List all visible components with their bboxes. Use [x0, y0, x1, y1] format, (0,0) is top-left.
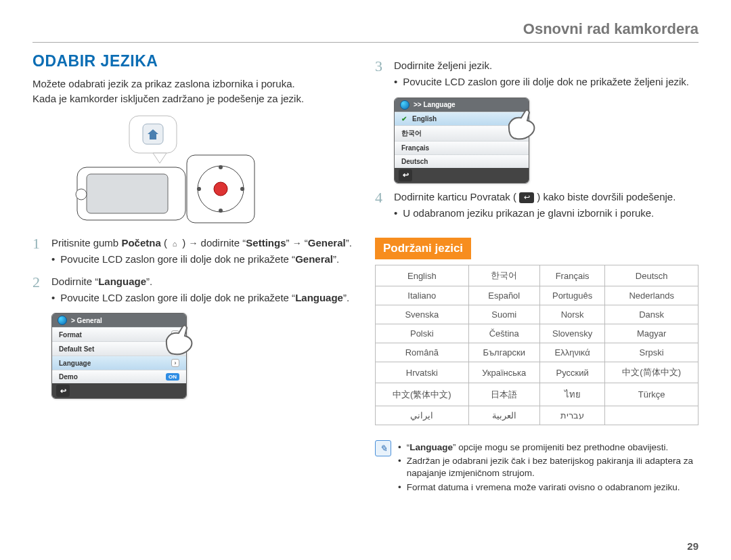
- left-column: ODABIR JEZIKA Možete odabrati jezik za p…: [32, 52, 356, 495]
- check-icon: [401, 115, 408, 122]
- globe-icon: [58, 316, 67, 325]
- globe-icon: [400, 100, 409, 110]
- language-cell: Slovensky: [539, 324, 604, 343]
- step3-bullet: Povucite LCD zaslon gore ili dolje dok n…: [394, 75, 699, 89]
- step-2: 2 Dodirnite “Language”. Povucite LCD zas…: [32, 275, 356, 307]
- step-number: 2: [32, 275, 45, 307]
- pointing-hand-icon: [160, 320, 200, 360]
- svg-point-9: [197, 187, 201, 191]
- notes-block: ✎ “Language” opcije mogu se promijeniti …: [375, 440, 699, 495]
- note-2: Zadržan je odabrani jezik čak i bez bate…: [398, 455, 699, 479]
- language-cell: العربية: [468, 406, 539, 425]
- two-column-layout: ODABIR JEZIKA Možete odabrati jezik za p…: [32, 52, 699, 495]
- language-cell: ไทย: [539, 383, 604, 406]
- step-1: 1 Pritisnite gumb Početna ( ⌂ ) → dodirn…: [32, 236, 356, 268]
- step-number: 3: [375, 59, 387, 91]
- language-cell: [605, 406, 699, 425]
- language-cell: English: [376, 265, 469, 286]
- language-cell: Norsk: [539, 305, 604, 324]
- svg-point-7: [219, 165, 223, 169]
- svg-rect-3: [87, 174, 168, 213]
- language-cell: 中文(繁体中文): [376, 383, 469, 406]
- camcorder-illustration: [51, 114, 268, 230]
- page-header: Osnovni rad kamkordera: [32, 20, 699, 43]
- step-number: 4: [375, 190, 387, 222]
- intro-line-2: Kada je kamkorder isključen zadržano je …: [32, 92, 356, 106]
- language-cell: Italiano: [376, 286, 469, 305]
- back-icon[interactable]: ↩: [399, 169, 412, 181]
- language-cell: Українська: [468, 362, 539, 383]
- step1-bullet: Povucite LCD zaslon gore ili dolje dok n…: [51, 253, 356, 266]
- language-cell: Русский: [539, 362, 604, 383]
- language-cell: Español: [468, 286, 539, 305]
- step4-text: Dodirnite karticu Povratak ( ↩ ) kako bi…: [394, 191, 675, 202]
- lang-row-deutsch[interactable]: Deutsch: [395, 154, 529, 168]
- svg-point-6: [214, 182, 227, 196]
- menu-row-demo[interactable]: DemoON: [52, 370, 186, 383]
- language-cell: Français: [539, 265, 604, 286]
- step4-bullet: U odabranom jeziku prikazan je glavni iz…: [394, 207, 699, 220]
- language-cell: Svenska: [376, 305, 469, 324]
- page-number: 29: [687, 540, 699, 552]
- language-cell: Dansk: [605, 305, 699, 324]
- right-column: 3 Dodirnite željeni jezik. Povucite LCD …: [375, 52, 699, 495]
- on-badge: ON: [166, 373, 179, 381]
- svg-point-8: [219, 209, 223, 213]
- language-cell: Čeština: [468, 324, 539, 343]
- language-cell: Hrvatski: [376, 362, 469, 383]
- supported-languages-heading: Podržani jezici: [375, 238, 471, 259]
- step3-text: Dodirnite željeni jezik.: [394, 60, 492, 71]
- screen-title: >> Language: [414, 101, 456, 108]
- section-title: ODABIR JEZIKA: [32, 52, 356, 70]
- language-cell: 中文(简体中文): [605, 362, 699, 383]
- note-3: Format datuma i vremena može varirati ov…: [398, 481, 699, 494]
- general-menu-screenshot: > General Format› Default Set› Language›…: [51, 313, 227, 399]
- svg-point-11: [76, 189, 87, 200]
- language-cell: Ελληνικά: [539, 343, 604, 362]
- language-cell: Magyar: [605, 324, 699, 343]
- back-icon[interactable]: ↩: [56, 385, 70, 397]
- language-cell: Български: [468, 343, 539, 362]
- step-4: 4 Dodirnite karticu Povratak ( ↩ ) kako …: [375, 190, 699, 222]
- step2-bullet: Povucite LCD zaslon gore ili dolje dok n…: [51, 291, 356, 305]
- pointing-hand-icon: [502, 104, 543, 145]
- language-cell: 한국어: [468, 265, 539, 286]
- language-cell: ايراني: [376, 406, 469, 425]
- step-3: 3 Dodirnite željeni jezik. Povucite LCD …: [375, 59, 699, 91]
- language-cell: Suomi: [468, 305, 539, 324]
- step2-text: Dodirnite “Language”.: [51, 276, 152, 287]
- home-icon: ⌂: [170, 239, 179, 249]
- step-number: 1: [32, 236, 45, 268]
- intro-line-1: Možete odabrati jezik za prikaz zaslona …: [32, 77, 356, 91]
- language-cell: Polski: [376, 324, 469, 343]
- language-menu-screenshot: >> Language English 한국어 Français Deutsch…: [394, 98, 570, 184]
- svg-point-10: [240, 187, 244, 191]
- language-cell: Deutsch: [605, 265, 699, 286]
- supported-languages-table: English한국어FrançaisDeutschItalianoEspañol…: [375, 265, 699, 425]
- language-cell: Română: [376, 343, 469, 362]
- language-cell: עברית: [539, 406, 604, 425]
- language-cell: Srpski: [605, 343, 699, 362]
- language-cell: Nederlands: [605, 286, 699, 305]
- language-cell: 日本語: [468, 383, 539, 406]
- info-icon: ✎: [375, 440, 391, 456]
- step1-text: Pritisnite gumb Početna ( ⌂ ) → dodirnit…: [51, 237, 352, 249]
- note-1: “Language” opcije mogu se promijeniti be…: [398, 441, 699, 454]
- language-cell: Português: [539, 286, 604, 305]
- language-cell: Türkçe: [605, 383, 699, 406]
- screen-title: > General: [71, 317, 102, 324]
- return-tab-icon: ↩: [519, 192, 534, 203]
